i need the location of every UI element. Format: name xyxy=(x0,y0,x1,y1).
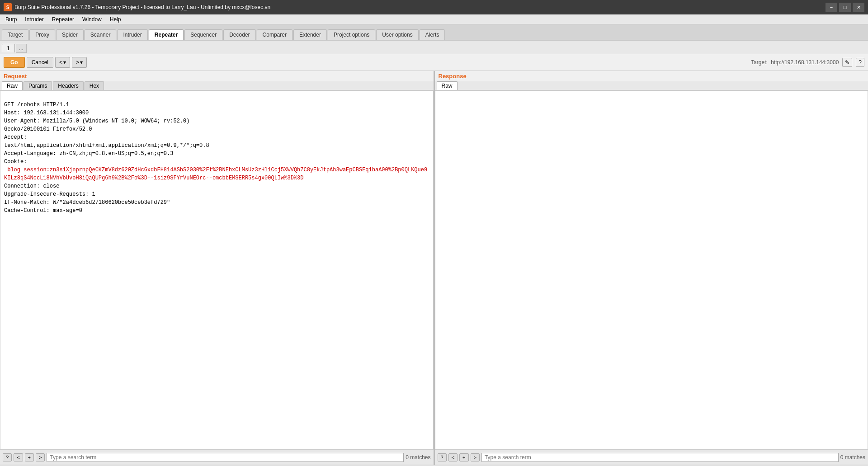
tab-proxy[interactable]: Proxy xyxy=(29,29,55,40)
request-search-matches: 0 matches xyxy=(406,454,430,461)
minimize-button[interactable]: − xyxy=(826,3,837,12)
dropdown-icon: ▾ xyxy=(63,59,66,66)
sub-tab-1[interactable]: 1 xyxy=(2,44,15,52)
response-panel: Response Raw ? < + > 0 matches xyxy=(435,71,868,465)
main-tab-bar: Target Proxy Spider Scanner Intruder Rep… xyxy=(0,24,868,41)
nav-prev-button[interactable]: < ▾ xyxy=(55,57,70,68)
go-button[interactable]: Go xyxy=(4,57,25,68)
maximize-button[interactable]: □ xyxy=(839,3,851,12)
response-search-add-button[interactable]: + xyxy=(459,453,468,461)
title-text: Burp Suite Professional v1.7.26 - Tempor… xyxy=(14,4,270,10)
chevron-right-icon: > xyxy=(76,59,79,66)
request-tab-hex[interactable]: Hex xyxy=(85,81,104,90)
request-body[interactable]: GET /robots HTTP/1.1 Host: 192.168.131.1… xyxy=(0,90,434,449)
sub-tab-more[interactable]: ... xyxy=(16,44,27,53)
request-line-1: GET /robots HTTP/1.1 Host: 192.168.131.1… xyxy=(4,102,209,165)
tab-alerts[interactable]: Alerts xyxy=(420,29,445,40)
tab-sequencer[interactable]: Sequencer xyxy=(184,29,222,40)
response-search-bar: ? < + > 0 matches xyxy=(435,449,868,465)
sub-tab-bar: 1 ... xyxy=(0,41,868,54)
menu-burp[interactable]: Burp xyxy=(2,15,20,24)
request-tab-raw[interactable]: Raw xyxy=(2,81,23,90)
tab-spider[interactable]: Spider xyxy=(56,29,84,40)
request-tab-headers[interactable]: Headers xyxy=(53,81,83,90)
request-header: Request xyxy=(0,71,434,81)
chevron-left-icon: < xyxy=(59,59,62,66)
tab-project-options[interactable]: Project options xyxy=(328,29,375,40)
app-icon: S xyxy=(4,3,12,11)
request-search-help-button[interactable]: ? xyxy=(3,453,12,461)
nav-next-button[interactable]: > ▾ xyxy=(72,57,87,68)
request-tabs: Raw Params Headers Hex xyxy=(0,81,434,90)
dropdown-icon: ▾ xyxy=(80,59,83,66)
tab-decoder[interactable]: Decoder xyxy=(223,29,255,40)
menu-intruder[interactable]: Intruder xyxy=(21,15,47,24)
request-line-2: Connection: close Upgrade-Insecure-Reque… xyxy=(4,183,170,214)
request-tab-params[interactable]: Params xyxy=(24,81,52,90)
menu-help[interactable]: Help xyxy=(106,15,125,24)
tab-intruder[interactable]: Intruder xyxy=(117,29,147,40)
target-prefix: Target: xyxy=(751,59,768,66)
request-search-input[interactable] xyxy=(47,453,404,462)
cookie-value: _blog_session=zn3s1XjnprnpQeCKZmV8dz620Z… xyxy=(4,167,427,181)
response-search-help-button[interactable]: ? xyxy=(438,453,447,461)
response-tab-raw[interactable]: Raw xyxy=(437,81,458,90)
request-search-add-button[interactable]: + xyxy=(25,453,34,461)
request-panel: Request Raw Params Headers Hex GET /robo… xyxy=(0,71,435,465)
response-tabs: Raw xyxy=(435,81,868,90)
response-search-prev-button[interactable]: < xyxy=(448,453,458,461)
menu-repeater[interactable]: Repeater xyxy=(48,15,78,24)
request-search-bar: ? < + > 0 matches xyxy=(0,449,434,465)
menu-bar: Burp Intruder Repeater Window Help xyxy=(0,14,868,24)
response-body xyxy=(435,90,868,449)
target-label: Target: http://192.168.131.144:3000 xyxy=(751,59,839,66)
close-button[interactable]: ✕ xyxy=(853,3,864,12)
response-search-next-button[interactable]: > xyxy=(471,453,480,461)
toolbar: Go Cancel < ▾ > ▾ Target: http://192.168… xyxy=(0,54,868,71)
title-bar: S Burp Suite Professional v1.7.26 - Temp… xyxy=(0,0,868,14)
response-search-input[interactable] xyxy=(481,453,839,462)
tab-comparer[interactable]: Comparer xyxy=(257,29,292,40)
tab-target[interactable]: Target xyxy=(2,29,28,40)
request-search-next-button[interactable]: > xyxy=(36,453,45,461)
request-search-prev-button[interactable]: < xyxy=(14,453,23,461)
cancel-button[interactable]: Cancel xyxy=(27,57,53,68)
main-content: Request Raw Params Headers Hex GET /robo… xyxy=(0,71,868,465)
tab-user-options[interactable]: User options xyxy=(376,29,418,40)
edit-target-button[interactable]: ✎ xyxy=(842,58,852,67)
response-header: Response xyxy=(435,71,868,81)
tab-scanner[interactable]: Scanner xyxy=(85,29,117,40)
tab-repeater[interactable]: Repeater xyxy=(149,29,184,40)
help-button[interactable]: ? xyxy=(856,58,864,67)
target-url: http://192.168.131.144:3000 xyxy=(771,59,839,66)
menu-window[interactable]: Window xyxy=(79,15,105,24)
tab-extender[interactable]: Extender xyxy=(293,29,327,40)
response-search-matches: 0 matches xyxy=(840,454,865,461)
